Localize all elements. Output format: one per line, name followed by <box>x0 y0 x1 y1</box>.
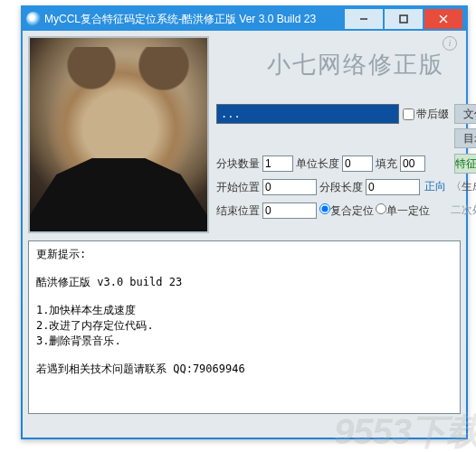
block-count-input[interactable] <box>262 155 293 172</box>
radio-single-input[interactable] <box>376 203 386 214</box>
direction-toggle[interactable]: 正向 <box>423 177 448 197</box>
fill-label: 填充 <box>376 156 397 172</box>
fill-input[interactable] <box>400 155 425 172</box>
info-icon[interactable]: i <box>443 36 457 51</box>
suffix-checkbox-input[interactable] <box>403 108 414 120</box>
radio-composite[interactable]: 复合定位 <box>319 203 374 219</box>
seg-len-input[interactable] <box>366 179 420 195</box>
window-title: MyCCL复合特征码定位系统-酷洪修正版 Ver 3.0 Build 23 <box>44 12 343 27</box>
svg-rect-1 <box>400 15 407 23</box>
unit-len-label: 单位长度 <box>296 156 339 172</box>
file-button[interactable]: 文件 <box>454 104 476 124</box>
start-pos-label: 开始位置 <box>216 180 260 195</box>
dir-button[interactable]: 目录 <box>454 128 476 148</box>
radio-single[interactable]: 单一定位 <box>376 203 430 219</box>
unit-len-input[interactable] <box>342 155 373 172</box>
file-path-input[interactable] <box>216 104 399 124</box>
block-count-label: 分块数量 <box>216 156 260 172</box>
close-button[interactable] <box>424 9 462 29</box>
generate-button[interactable]: 〈生成〉 <box>451 177 476 197</box>
minimize-button[interactable] <box>345 9 383 29</box>
radio-composite-input[interactable] <box>319 203 330 214</box>
maximize-button[interactable] <box>385 9 423 29</box>
avatar-image <box>28 36 209 233</box>
end-pos-input[interactable] <box>262 202 317 219</box>
app-icon <box>26 12 41 26</box>
app-window: MyCCL复合特征码定位系统-酷洪修正版 Ver 3.0 Build 23 i … <box>21 5 468 439</box>
range-button[interactable]: 特征区间 <box>454 154 476 174</box>
brand-title: 小七网络修正版 <box>216 49 476 80</box>
client-area: i 小七网络修正版 带后缀 文件 目录 <box>23 31 466 438</box>
start-pos-input[interactable] <box>262 179 317 195</box>
suffix-checkbox-label: 带后缀 <box>416 107 449 122</box>
seg-len-label: 分段长度 <box>319 180 363 195</box>
titlebar[interactable]: MyCCL复合特征码定位系统-酷洪修正版 Ver 3.0 Build 23 <box>23 7 466 31</box>
secondary-button[interactable]: 二次处理 <box>451 201 476 221</box>
suffix-checkbox[interactable]: 带后缀 <box>403 107 449 122</box>
console-output[interactable]: 更新提示: 酷洪修正版 v3.0 build 23 1.加快样本生成速度 2.改… <box>28 240 461 414</box>
end-pos-label: 结束位置 <box>216 203 260 219</box>
